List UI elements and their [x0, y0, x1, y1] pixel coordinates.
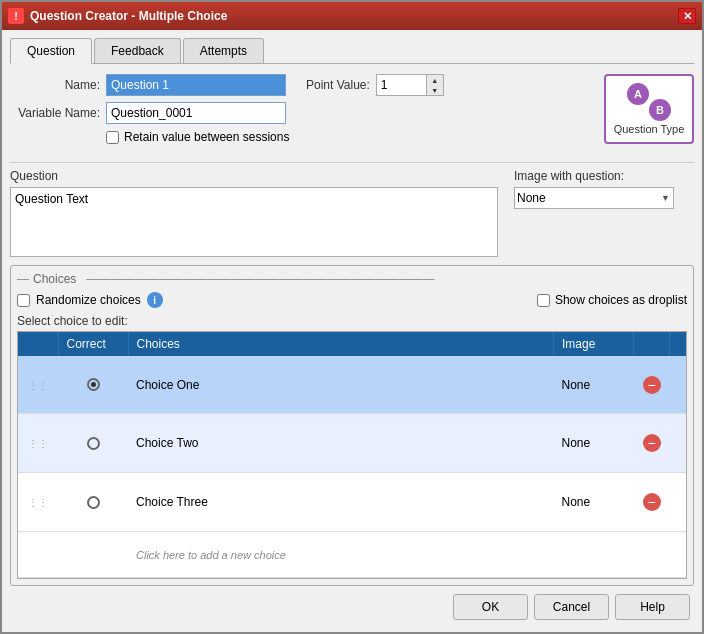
window-title: Question Creator - Multiple Choice [30, 9, 678, 23]
scroll-cell-3 [670, 473, 687, 532]
col-header-choices: Choices [128, 332, 554, 356]
image-cell-3: None [554, 473, 634, 532]
name-row: Name: Point Value: ▲ ▼ [10, 74, 584, 96]
choices-options-left: Randomize choices i [17, 292, 537, 308]
middle-section: Question Question Text Image with questi… [10, 169, 694, 257]
variable-row: Variable Name: [10, 102, 584, 124]
window-icon: ! [8, 8, 24, 24]
choices-table-wrapper: Correct Choices Image ⋮⋮ [17, 331, 687, 579]
choices-header: — Choices ————————————————————————————— [17, 272, 687, 286]
title-bar: ! Question Creator - Multiple Choice ✕ [2, 2, 702, 30]
drag-handle-1[interactable]: ⋮⋮ [26, 380, 50, 391]
cancel-button[interactable]: Cancel [534, 594, 609, 620]
add-action [634, 532, 670, 578]
show-droplist-label: Show choices as droplist [555, 293, 687, 307]
spinner-down[interactable]: ▼ [427, 85, 443, 95]
drag-cell-2: ⋮⋮ [18, 414, 58, 473]
image-select-wrapper: None [514, 187, 674, 209]
col-header-image: Image [554, 332, 634, 356]
table-row[interactable]: ⋮⋮ Choice Two None − [18, 414, 686, 473]
tabs-bar: Question Feedback Attempts [10, 38, 694, 64]
fields-group: Name: Point Value: ▲ ▼ [10, 74, 584, 148]
qt-icon-a: A [627, 83, 649, 105]
question-type-label: Question Type [614, 123, 685, 135]
scroll-cell-2 [670, 414, 687, 473]
choices-table-body: ⋮⋮ Choice One None − [18, 356, 686, 578]
question-textarea[interactable]: Question Text [10, 187, 498, 257]
question-section-label: Question [10, 169, 498, 183]
top-section: Name: Point Value: ▲ ▼ [10, 74, 694, 148]
image-group: Image with question: None [514, 169, 694, 257]
add-drag [18, 532, 58, 578]
add-choice-cell: Click here to add a new choice [128, 532, 634, 578]
choices-options-right: Show choices as droplist [537, 293, 687, 307]
show-droplist-checkbox[interactable] [537, 294, 550, 307]
col-header-correct: Correct [58, 332, 128, 356]
close-button[interactable]: ✕ [678, 8, 696, 24]
info-icon[interactable]: i [147, 292, 163, 308]
correct-cell-1 [58, 356, 128, 414]
point-value-group: Point Value: ▲ ▼ [306, 74, 444, 96]
select-edit-label: Select choice to edit: [17, 314, 687, 328]
variable-label: Variable Name: [10, 106, 100, 120]
spinner-buttons: ▲ ▼ [426, 74, 444, 96]
remove-btn-2[interactable]: − [643, 434, 661, 452]
choice-cell-2: Choice Two [128, 414, 554, 473]
question-type-icon: A B [627, 83, 671, 121]
radio-btn-3[interactable] [87, 496, 100, 509]
question-group: Question Question Text [10, 169, 498, 257]
action-cell-2: − [634, 414, 670, 473]
name-input[interactable] [106, 74, 286, 96]
retain-checkbox[interactable] [106, 131, 119, 144]
choices-section: — Choices ————————————————————————————— … [10, 265, 694, 586]
name-label: Name: [10, 78, 100, 92]
add-scroll [670, 532, 687, 578]
action-cell-1: − [634, 356, 670, 414]
tab-attempts[interactable]: Attempts [183, 38, 264, 63]
qt-icon-b: B [649, 99, 671, 121]
drag-handle-2[interactable]: ⋮⋮ [26, 438, 50, 449]
randomize-checkbox[interactable] [17, 294, 30, 307]
choice-cell-3: Choice Three [128, 473, 554, 532]
choices-options-row: Randomize choices i Show choices as drop… [17, 292, 687, 308]
tab-feedback[interactable]: Feedback [94, 38, 181, 63]
scroll-cell-1 [670, 356, 687, 414]
correct-cell-3 [58, 473, 128, 532]
table-row[interactable]: ⋮⋮ Choice Three None − [18, 473, 686, 532]
point-value-spinner: ▲ ▼ [376, 74, 444, 96]
variable-input[interactable] [106, 102, 286, 124]
main-window: ! Question Creator - Multiple Choice ✕ Q… [0, 0, 704, 634]
image-label: Image with question: [514, 169, 694, 183]
help-button[interactable]: Help [615, 594, 690, 620]
col-header-action [634, 332, 670, 356]
content-area: Question Feedback Attempts Name: Point V… [2, 30, 702, 632]
table-row[interactable]: ⋮⋮ Choice One None − [18, 356, 686, 414]
point-value-input[interactable] [376, 74, 426, 96]
correct-cell-2 [58, 414, 128, 473]
bottom-bar: OK Cancel Help [10, 586, 694, 624]
remove-btn-3[interactable]: − [643, 493, 661, 511]
choices-table: Correct Choices Image ⋮⋮ [18, 332, 686, 578]
remove-btn-1[interactable]: − [643, 376, 661, 394]
tab-question[interactable]: Question [10, 38, 92, 64]
add-choice-row[interactable]: Click here to add a new choice [18, 532, 686, 578]
choices-title: Choices [33, 272, 76, 286]
add-radio [58, 532, 128, 578]
image-select[interactable]: None [514, 187, 674, 209]
spinner-up[interactable]: ▲ [427, 75, 443, 85]
form-content: Name: Point Value: ▲ ▼ [10, 74, 694, 624]
radio-btn-2[interactable] [87, 437, 100, 450]
question-type-box[interactable]: A B Question Type [604, 74, 694, 144]
table-header-row: Correct Choices Image [18, 332, 686, 356]
retain-row: Retain value between sessions [106, 130, 584, 144]
image-cell-1: None [554, 356, 634, 414]
drag-cell-3: ⋮⋮ [18, 473, 58, 532]
action-cell-3: − [634, 473, 670, 532]
drag-handle-3[interactable]: ⋮⋮ [26, 497, 50, 508]
ok-button[interactable]: OK [453, 594, 528, 620]
image-cell-2: None [554, 414, 634, 473]
radio-btn-1[interactable] [87, 378, 100, 391]
retain-label: Retain value between sessions [124, 130, 289, 144]
drag-cell-1: ⋮⋮ [18, 356, 58, 414]
randomize-label: Randomize choices [36, 293, 141, 307]
